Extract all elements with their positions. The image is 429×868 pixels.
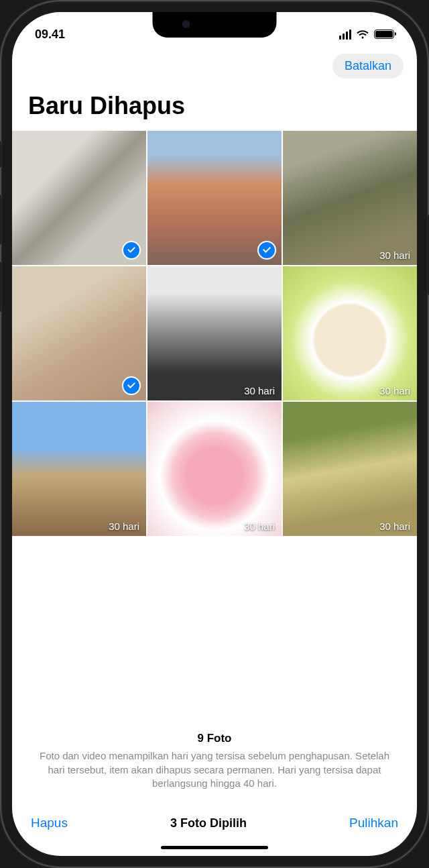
battery-icon	[374, 30, 394, 39]
days-remaining-label: 30 hari	[379, 250, 410, 261]
wifi-icon	[356, 30, 369, 40]
phone-frame: 09.41 Batalkan Baru Dihapus	[0, 0, 429, 868]
days-remaining-label: 30 hari	[109, 521, 139, 532]
status-time: 09.41	[35, 28, 65, 42]
status-icons	[339, 30, 395, 40]
volume-up-button	[0, 195, 1, 245]
checkmark-icon	[122, 376, 141, 395]
page-title: Baru Dihapus	[12, 87, 417, 131]
photo-image	[147, 402, 282, 536]
photo-image	[283, 131, 417, 265]
days-remaining-label: 30 hari	[379, 521, 410, 532]
photo-thumbnail[interactable]: 30 hari	[12, 402, 146, 536]
days-remaining-label: 30 hari	[379, 385, 410, 396]
photo-image	[147, 266, 282, 400]
delete-button[interactable]: Hapus	[31, 816, 68, 830]
photo-thumbnail[interactable]: 30 hari	[283, 402, 417, 536]
home-indicator[interactable]	[161, 846, 268, 849]
cancel-button[interactable]: Batalkan	[332, 54, 404, 78]
checkmark-icon	[122, 241, 141, 260]
volume-down-button	[0, 262, 1, 312]
days-remaining-label: 30 hari	[244, 521, 275, 532]
mute-switch	[0, 141, 1, 168]
photo-thumbnail[interactable]: 30 hari	[283, 266, 417, 400]
checkmark-icon	[257, 241, 276, 260]
recover-button[interactable]: Pulihkan	[349, 816, 398, 830]
photo-thumbnail[interactable]: 30 hari	[147, 266, 282, 400]
photo-thumbnail[interactable]	[12, 266, 146, 400]
info-description: Foto dan video menampilkan hari yang ter…	[34, 749, 395, 790]
photo-grid: 30 hari 30 hari 30 hari 30 hari	[12, 131, 417, 536]
photo-image	[283, 402, 417, 536]
photo-image	[12, 402, 146, 536]
notch	[153, 12, 277, 38]
photo-thumbnail[interactable]: 30 hari	[283, 131, 417, 265]
photo-count-label: 9 Foto	[34, 732, 395, 745]
photo-thumbnail[interactable]: 30 hari	[147, 402, 282, 536]
cellular-signal-icon	[339, 30, 352, 40]
screen: 09.41 Batalkan Baru Dihapus	[12, 12, 417, 856]
navigation-bar: Batalkan	[12, 48, 417, 87]
days-remaining-label: 30 hari	[244, 385, 275, 396]
info-section: 9 Foto Foto dan video menampilkan hari y…	[12, 536, 417, 798]
photo-thumbnail[interactable]	[147, 131, 282, 265]
photo-image	[283, 266, 417, 400]
selection-count-label: 3 Foto Dipilih	[170, 816, 247, 830]
photo-thumbnail[interactable]	[12, 131, 146, 265]
